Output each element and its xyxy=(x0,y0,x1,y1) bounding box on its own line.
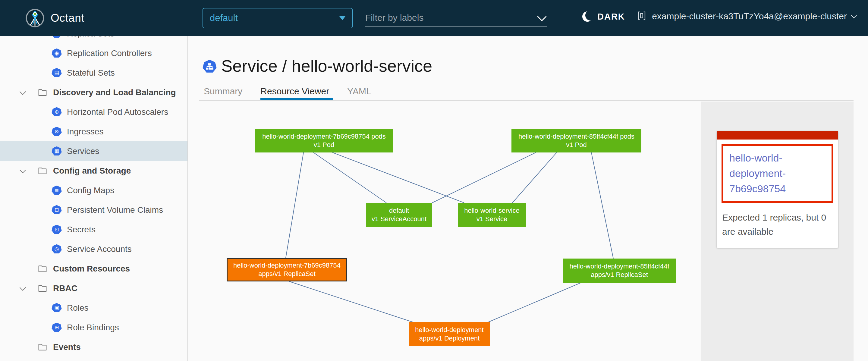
resource-graph: hello-world-deployment-7b69c98754 pods v… xyxy=(188,101,701,361)
tab-resource-viewer[interactable]: Resource Viewer xyxy=(260,86,329,96)
folder-icon xyxy=(38,88,47,96)
folder-icon xyxy=(38,265,47,273)
namespace-dropdown-value: default xyxy=(210,13,238,24)
replica-sets-icon: ◫ xyxy=(52,36,62,39)
replication-controllers-icon: ◉ xyxy=(52,48,62,58)
chevron-down-icon[interactable] xyxy=(19,88,28,97)
stateful-sets-icon: ▤ xyxy=(52,68,62,78)
sidebar-group-rbac[interactable]: RBAC xyxy=(0,278,187,298)
status-card: hello-world-deployment-7b69c98754 Expect… xyxy=(717,131,838,248)
sidebar-item-replication-controllers[interactable]: ◉ Replication Controllers xyxy=(0,43,187,63)
sidebar-group-config-and-storage[interactable]: Config and Storage xyxy=(0,161,187,180)
folder-icon xyxy=(38,343,47,351)
sidebar-item-replica-sets[interactable]: ◫ Replica Sets xyxy=(0,36,187,43)
tab-summary[interactable]: Summary xyxy=(204,86,242,96)
detail-panel: hello-world-deployment-7b69c98754 Expect… xyxy=(701,102,854,361)
sidebar-item-config-maps[interactable]: ≡ Config Maps xyxy=(0,180,187,200)
sidebar-item-stateful-sets[interactable]: ▤ Stateful Sets xyxy=(0,63,187,83)
moon-icon xyxy=(582,11,592,22)
label-filter xyxy=(365,9,547,27)
context-selector-label: example-cluster-ka3TuTzYo4a@example-clus… xyxy=(652,11,847,22)
active-tab-underline xyxy=(260,98,333,100)
octant-app-window: Octant default DARK example-cluster-ka3T… xyxy=(0,0,868,361)
main-content: Service / hello-world-service Summary Re… xyxy=(188,36,868,361)
role-bindings-icon: ⊞ xyxy=(52,323,62,332)
sidebar-group-events[interactable]: Events xyxy=(0,337,187,357)
services-icon: ▦ xyxy=(52,146,62,156)
status-bar xyxy=(717,131,838,139)
sidebar-item-services[interactable]: ▦ Services xyxy=(0,141,187,161)
app-header: Octant default DARK example-cluster-ka3T… xyxy=(0,0,868,36)
horizontal-pod-autoscalers-icon: ⊕ xyxy=(52,107,62,117)
graph-node-pods-7b69c98754[interactable]: hello-world-deployment-7b69c98754 pods v… xyxy=(255,129,393,153)
tab-yaml[interactable]: YAML xyxy=(347,86,371,96)
graph-node-pods-85ff4cf44f[interactable]: hello-world-deployment-85ff4cf44f pods v… xyxy=(512,129,641,153)
cluster-icon xyxy=(636,10,647,23)
status-message: Expected 1 replicas, but 0 are available xyxy=(722,210,833,239)
alert-box: hello-world-deployment-7b69c98754 xyxy=(721,144,833,203)
sidebar-item-secrets[interactable]: ⊡ Secrets xyxy=(0,220,187,239)
persistent-volume-claims-icon: ⊟ xyxy=(52,205,62,215)
graph-node-serviceaccount-default[interactable]: default v1 ServiceAccount xyxy=(366,203,432,227)
namespace-dropdown[interactable]: default xyxy=(203,8,352,28)
page-title: Service / hello-world-service xyxy=(221,56,432,76)
service-accounts-icon: ◎ xyxy=(52,244,62,254)
label-filter-input[interactable] xyxy=(365,13,522,23)
ingresses-icon: ⊗ xyxy=(52,127,62,136)
secrets-icon: ⊡ xyxy=(52,225,62,234)
sidebar-item-roles[interactable]: ▣ Roles xyxy=(0,298,187,318)
roles-icon: ▣ xyxy=(52,303,62,313)
graph-node-service-hello-world[interactable]: hello-world-service v1 Service xyxy=(458,203,526,227)
service-icon xyxy=(203,60,217,73)
context-chevron-down-icon xyxy=(851,12,857,19)
tab-bar: Summary Resource Viewer YAML xyxy=(204,86,371,96)
sidebar-item-horizontal-pod-autoscalers[interactable]: ⊕ Horizontal Pod Autoscalers xyxy=(0,102,187,122)
dropdown-caret-icon xyxy=(339,16,345,20)
config-maps-icon: ≡ xyxy=(52,186,62,195)
graph-node-replicaset-85ff4cf44f[interactable]: hello-world-deployment-85ff4cf44f apps/v… xyxy=(563,259,676,283)
octant-logo-icon xyxy=(25,8,44,28)
sidebar-item-service-accounts[interactable]: ◎ Service Accounts xyxy=(0,239,187,259)
sidebar-item-role-bindings[interactable]: ⊞ Role Bindings xyxy=(0,318,187,337)
folder-icon xyxy=(38,284,47,292)
sidebar-nav: ◫ Replica Sets ◉ Replication Controllers… xyxy=(0,36,188,361)
filter-chevron-down-icon[interactable] xyxy=(537,12,547,21)
folder-icon xyxy=(38,167,47,175)
graph-node-replicaset-7b69c98754[interactable]: hello-world-deployment-7b69c98754 apps/v… xyxy=(227,258,347,282)
sidebar-group-discovery-and-load-balancing[interactable]: Discovery and Load Balancing xyxy=(0,83,187,102)
context-selector[interactable]: example-cluster-ka3TuTzYo4a@example-clus… xyxy=(636,10,856,23)
resource-link[interactable]: hello-world-deployment-7b69c98754 xyxy=(730,151,826,196)
theme-toggle[interactable]: DARK xyxy=(582,11,625,22)
chevron-down-icon[interactable] xyxy=(19,166,28,175)
graph-node-deployment-hello-world[interactable]: hello-world-deployment apps/v1 Deploymen… xyxy=(409,322,490,346)
sidebar-group-custom-resources[interactable]: Custom Resources xyxy=(0,259,187,278)
tab-separator xyxy=(199,100,854,101)
app-title: Octant xyxy=(51,12,84,24)
theme-toggle-label: DARK xyxy=(597,12,625,22)
chevron-down-icon[interactable] xyxy=(19,284,28,293)
scrollbar-track[interactable] xyxy=(854,102,868,361)
sidebar-item-ingresses[interactable]: ⊗ Ingresses xyxy=(0,122,187,141)
sidebar-item-persistent-volume-claims[interactable]: ⊟ Persistent Volume Claims xyxy=(0,200,187,220)
